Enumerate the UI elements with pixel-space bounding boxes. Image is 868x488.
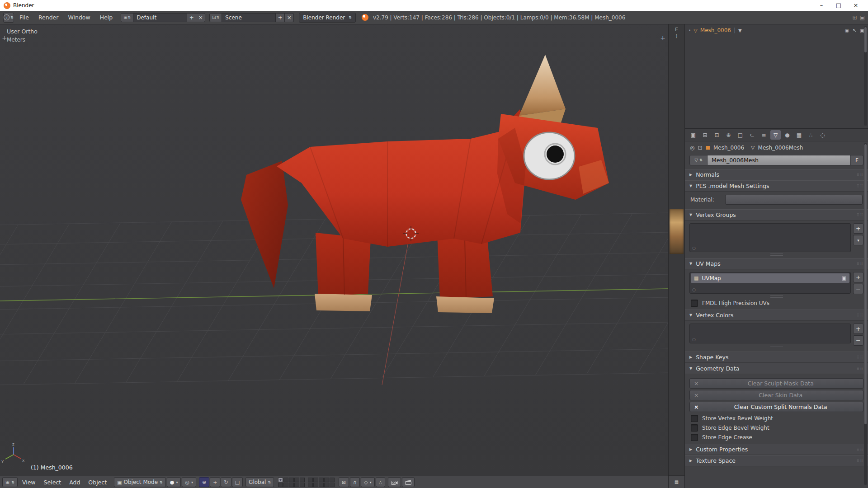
snap-element-select[interactable]: ◇ ▾ — [361, 477, 374, 487]
snap-toggle-button[interactable]: ∩ — [350, 477, 360, 487]
tab-object[interactable]: □ — [735, 130, 745, 140]
lock-camera-button[interactable]: ⊠ — [339, 477, 349, 487]
scale-manipulator-button[interactable]: □ — [232, 477, 243, 487]
minimize-button[interactable]: – — [813, 0, 830, 11]
panel-grip-icon[interactable]: ⠿⠿ — [857, 173, 863, 177]
transform-orientation-select[interactable]: Global ⇅ — [245, 477, 274, 487]
menu-file[interactable]: File — [15, 14, 33, 21]
panel-uv-maps[interactable]: ▼ UV Maps ⠿⠿ — [685, 258, 868, 269]
vertex-groups-list[interactable]: ○ — [689, 223, 851, 252]
scene-delete-button[interactable]: × — [285, 13, 294, 22]
vertex-group-add-button[interactable]: + — [853, 223, 863, 234]
panel-vertex-colors[interactable]: ▼ Vertex Colors ⠿⠿ — [685, 310, 868, 321]
mesh-name-field[interactable]: Mesh_0006Mesh — [708, 155, 851, 165]
snap-target-button[interactable]: ∴ — [376, 477, 385, 487]
tab-particles[interactable]: ∴ — [806, 130, 816, 140]
pivot-point-select[interactable]: ◎ ▾ — [182, 477, 196, 487]
panel-grip-icon[interactable]: ⠿⠿ — [857, 447, 863, 452]
opengl-render-button[interactable] — [388, 477, 401, 487]
list-resize-grip[interactable] — [689, 294, 863, 298]
tab-modifiers[interactable]: ≡ — [759, 130, 769, 140]
tab-world[interactable]: ⊕ — [723, 130, 734, 140]
layer-cell[interactable] — [313, 483, 318, 487]
translate-manipulator-button[interactable]: + — [210, 477, 220, 487]
layer-cell[interactable] — [324, 478, 329, 482]
3d-viewport[interactable]: z y x User Ortho Meters (1) Mesh_0006 + … — [0, 24, 668, 476]
fmdl-high-precision-checkbox[interactable] — [691, 300, 698, 307]
panel-geometry-data[interactable]: ▼ Geometry Data ⠿⠿ — [685, 363, 868, 374]
layer-cell[interactable] — [330, 483, 335, 487]
scene-field[interactable]: Scene — [222, 13, 276, 22]
panel-grip-icon[interactable]: ⠿⠿ — [857, 355, 863, 360]
outliner-item-mesh-0006[interactable]: • ▽ Mesh_0006 | ▼ ◉ ↖ ▣ — [685, 25, 868, 35]
window-widget-icon-2[interactable]: ▣ — [860, 14, 865, 21]
tab-render[interactable]: ▣ — [688, 130, 698, 140]
menu-render[interactable]: Render — [34, 14, 63, 21]
layer-cell[interactable] — [308, 478, 313, 482]
layer-cell[interactable] — [278, 478, 283, 482]
list-resize-grip[interactable] — [689, 346, 863, 350]
tab-constraints[interactable]: ⊂ — [747, 130, 757, 140]
manipulator-toggle-button[interactable]: ⊕ — [199, 477, 209, 487]
rotate-manipulator-button[interactable]: ↻ — [221, 477, 231, 487]
tab-scene[interactable]: ⊡ — [712, 130, 722, 140]
uv-map-remove-button[interactable]: − — [853, 284, 863, 294]
mode-select[interactable]: ▣ Object Mode ⇅ — [114, 477, 166, 487]
tab-material[interactable]: ● — [782, 130, 793, 140]
layer-cell[interactable] — [278, 483, 283, 487]
panel-pes-model-mesh-settings[interactable]: ▼ PES .model Mesh Settings ⠿⠿ — [685, 180, 868, 192]
vertex-colors-list[interactable]: ○ — [689, 324, 851, 343]
collapsed-image-editor[interactable]: E ) ▦ — [668, 24, 685, 488]
mesh-browse-button[interactable]: ▽ ⇅ — [689, 155, 708, 165]
list-resize-grip[interactable] — [689, 252, 863, 256]
panel-grip-icon[interactable]: ⠿⠿ — [857, 313, 863, 318]
clear-skin-data-button[interactable]: × Clear Skin Data — [689, 390, 863, 400]
layer-cell[interactable] — [324, 483, 329, 487]
panel-shape-keys[interactable]: ▶ Shape Keys ⠿⠿ — [685, 352, 868, 363]
menu-view[interactable]: View — [19, 479, 39, 486]
panel-grip-icon[interactable]: ⠿⠿ — [857, 184, 863, 188]
menu-object[interactable]: Object — [85, 479, 110, 486]
model-mesh-0006[interactable] — [241, 55, 609, 313]
properties-scrollbar[interactable] — [864, 143, 867, 485]
layer-cell[interactable] — [289, 478, 294, 482]
screen-layout-delete-button[interactable]: × — [196, 13, 205, 22]
menu-help[interactable]: Help — [96, 14, 117, 21]
layer-cell[interactable] — [294, 483, 299, 487]
opengl-render-anim-button[interactable] — [402, 477, 415, 487]
menu-add[interactable]: Add — [66, 479, 84, 486]
layer-cell[interactable] — [300, 478, 305, 482]
tab-texture[interactable]: ▦ — [794, 130, 804, 140]
vertex-group-specials-button[interactable]: ▾ — [853, 235, 863, 245]
vertex-color-add-button[interactable]: + — [853, 324, 863, 334]
tab-render-layers[interactable]: ⊟ — [700, 130, 710, 140]
uv-map-name[interactable]: UVMap — [702, 275, 721, 282]
info-editor-type-button[interactable]: i ⇅ — [3, 13, 14, 23]
tab-physics[interactable]: ◌ — [817, 130, 828, 140]
material-select[interactable] — [725, 195, 863, 205]
screen-layout-add-button[interactable]: + — [187, 13, 196, 22]
list-filter-icon[interactable]: ○ — [692, 246, 696, 250]
uv-maps-list[interactable]: ▦ UVMap ▣ ○ — [689, 272, 851, 294]
uv-render-camera-icon[interactable]: ▣ — [842, 275, 846, 281]
outliner-scrollbar[interactable] — [864, 26, 867, 126]
hide-toggle-eye-icon[interactable]: ◉ — [845, 28, 849, 33]
sidebar-expand-button[interactable]: + — [660, 34, 665, 42]
layer-cell[interactable] — [319, 478, 324, 482]
disclosure-dot-icon[interactable]: • — [689, 28, 691, 33]
layer-cell[interactable] — [300, 483, 305, 487]
scene-add-button[interactable]: + — [276, 13, 285, 22]
store-edge-bevel-checkbox[interactable] — [691, 424, 698, 432]
menu-select[interactable]: Select — [40, 479, 65, 486]
viewport-shading-select[interactable]: ● ▾ — [167, 477, 181, 487]
uv-map-item[interactable]: ▦ UVMap ▣ — [691, 273, 849, 283]
viewport-editor-type-button[interactable]: ⊞ ⇅ — [2, 477, 18, 487]
toolshelf-expand-button[interactable]: + — [2, 34, 7, 42]
menu-window[interactable]: Window — [64, 14, 94, 21]
screen-layout-browse-button[interactable]: ⊞ ⇅ — [121, 13, 133, 22]
panel-grip-icon[interactable]: ⠿⠿ — [857, 459, 863, 463]
uv-map-add-button[interactable]: + — [853, 272, 863, 282]
panel-grip-icon[interactable]: ⠿⠿ — [857, 366, 863, 371]
viewport-canvas[interactable]: z y x — [0, 24, 668, 476]
breadcrumb-data[interactable]: Mesh_0006Mesh — [758, 145, 803, 151]
